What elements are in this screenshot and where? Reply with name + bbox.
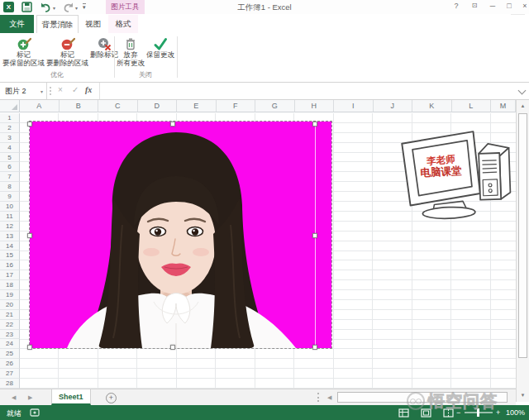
mark-areas-to-remove-button[interactable]: 标记 要删除的区域: [45, 34, 89, 67]
help-button[interactable]: ?: [450, 2, 463, 10]
ribbon-group-close: 放弃 所有更改 保留更改 关闭: [116, 34, 175, 80]
column-header-G[interactable]: G: [255, 100, 295, 112]
cancel-entry-icon[interactable]: ×: [58, 85, 63, 94]
row-header-9[interactable]: 9: [0, 192, 20, 202]
page-break-view-button[interactable]: [440, 408, 456, 418]
horizontal-scroll-thumb[interactable]: [337, 392, 508, 403]
page-layout-view-button[interactable]: [417, 408, 434, 418]
row-header-20[interactable]: 20: [0, 300, 20, 310]
resize-handle-e[interactable]: [312, 233, 317, 238]
select-all-corner[interactable]: [0, 100, 20, 112]
resize-handle-sw[interactable]: [27, 345, 32, 350]
insert-function-button[interactable]: fx: [85, 85, 92, 94]
keep-changes-button[interactable]: 保留更改: [145, 34, 175, 60]
row-header-28[interactable]: 28: [0, 379, 20, 389]
tab-view[interactable]: 视图: [79, 15, 107, 33]
column-header-A[interactable]: A: [20, 100, 60, 112]
ribbon-display-options-button[interactable]: ⊡: [468, 2, 481, 9]
close-button[interactable]: ×: [518, 2, 529, 10]
column-header-J[interactable]: J: [374, 100, 413, 112]
column-header-E[interactable]: E: [177, 100, 217, 112]
row-header-6[interactable]: 6: [0, 162, 20, 172]
row-header-24[interactable]: 24: [0, 339, 20, 349]
resize-handle-ne[interactable]: [312, 122, 317, 126]
column-header-C[interactable]: C: [98, 100, 138, 112]
mark-remove-icon: [60, 36, 75, 51]
formula-input[interactable]: [99, 83, 513, 99]
confirm-entry-icon[interactable]: ✓: [72, 85, 79, 94]
photo-image[interactable]: [30, 122, 331, 348]
row-header-13[interactable]: 13: [0, 231, 20, 241]
scroll-up-icon[interactable]: ▲: [517, 100, 529, 112]
row-header-18[interactable]: 18: [0, 280, 20, 290]
resize-handle-se[interactable]: [312, 345, 317, 350]
column-header-F[interactable]: F: [217, 100, 256, 112]
scroll-down-icon[interactable]: ▼: [517, 389, 529, 401]
row-header-4[interactable]: 4: [0, 143, 20, 153]
minimize-button[interactable]: ─: [486, 2, 499, 10]
row-header-25[interactable]: 25: [0, 349, 20, 359]
status-mode: 就绪: [7, 408, 21, 419]
name-box-dropdown-icon[interactable]: ▾: [41, 88, 43, 94]
excel-window: X ▾ ▾ ▾ 图片工具 工作簿1 - Excel ? ⊡ ─ □ × 登录 文…: [0, 0, 529, 420]
tab-splitter[interactable]: [317, 393, 319, 402]
tab-background-removal[interactable]: 背景消除: [36, 15, 79, 34]
column-header-L[interactable]: L: [452, 100, 492, 112]
row-header-14[interactable]: 14: [0, 241, 20, 251]
sheet-nav-left-icon[interactable]: ◀: [12, 394, 16, 401]
row-header-2[interactable]: 2: [0, 123, 20, 133]
vertical-scroll-thumb[interactable]: [518, 113, 527, 358]
sheet-tab-sheet1[interactable]: Sheet1: [51, 389, 91, 405]
ribbon-separator: [177, 36, 178, 78]
row-header-15[interactable]: 15: [0, 251, 20, 260]
row-header-26[interactable]: 26: [0, 359, 20, 369]
vertical-scrollbar[interactable]: ▲ ▼: [516, 100, 529, 402]
row-header-17[interactable]: 17: [0, 270, 20, 280]
zoom-out-button[interactable]: −: [456, 408, 460, 417]
row-header-10[interactable]: 10: [0, 202, 20, 212]
resize-handle-nw[interactable]: [27, 122, 32, 126]
maximize-button[interactable]: □: [503, 2, 516, 10]
row-header-1[interactable]: 1: [0, 113, 20, 123]
trash-icon: [123, 36, 138, 51]
row-header-5[interactable]: 5: [0, 153, 20, 163]
row-header-21[interactable]: 21: [0, 310, 20, 320]
row-header-7[interactable]: 7: [0, 172, 20, 182]
clipart-screen-text-2: 电脑课堂: [420, 165, 462, 179]
zoom-level[interactable]: 100%: [506, 408, 525, 417]
resize-handle-w[interactable]: [27, 233, 32, 238]
row-header-22[interactable]: 22: [0, 320, 20, 330]
name-box[interactable]: 图片 2 ▾: [0, 83, 47, 99]
macro-record-icon[interactable]: [30, 408, 40, 417]
row-header-11[interactable]: 11: [0, 212, 20, 222]
formula-splitter[interactable]: [50, 87, 53, 95]
zoom-in-button[interactable]: +: [496, 408, 500, 417]
row-header-3[interactable]: 3: [0, 133, 20, 143]
row-header-23[interactable]: 23: [0, 330, 20, 340]
row-header-27[interactable]: 27: [0, 369, 20, 379]
tab-file[interactable]: 文件: [0, 15, 34, 33]
hscroll-left-icon[interactable]: ◀: [327, 394, 331, 401]
add-sheet-button[interactable]: +: [106, 393, 117, 403]
column-header-B[interactable]: B: [60, 100, 99, 112]
row-header-16[interactable]: 16: [0, 260, 20, 270]
zoom-slider-thumb[interactable]: [477, 408, 479, 417]
expand-formula-bar-icon[interactable]: [518, 87, 527, 95]
normal-view-button[interactable]: [395, 408, 412, 418]
column-header-D[interactable]: D: [138, 100, 178, 112]
row-header-19[interactable]: 19: [0, 290, 20, 300]
mark-areas-to-keep-button[interactable]: 标记 要保留的区域: [2, 34, 45, 67]
sheet-nav-right-icon[interactable]: ▶: [28, 394, 32, 401]
column-header-I[interactable]: I: [334, 100, 374, 112]
discard-all-changes-button[interactable]: 放弃 所有更改: [116, 34, 145, 67]
column-header-M[interactable]: M: [491, 100, 516, 112]
column-header-K[interactable]: K: [412, 100, 452, 112]
ribbon-tab-row: 文件 背景消除 视图 格式: [0, 15, 529, 33]
row-header-8[interactable]: 8: [0, 182, 20, 192]
resize-handle-s[interactable]: [170, 345, 175, 350]
tab-format[interactable]: 格式: [108, 15, 138, 33]
resize-handle-n[interactable]: [170, 122, 175, 126]
column-header-H[interactable]: H: [295, 100, 335, 112]
computer-clipart-image[interactable]: 李老师 电脑课堂: [392, 124, 521, 222]
row-header-12[interactable]: 12: [0, 222, 20, 231]
